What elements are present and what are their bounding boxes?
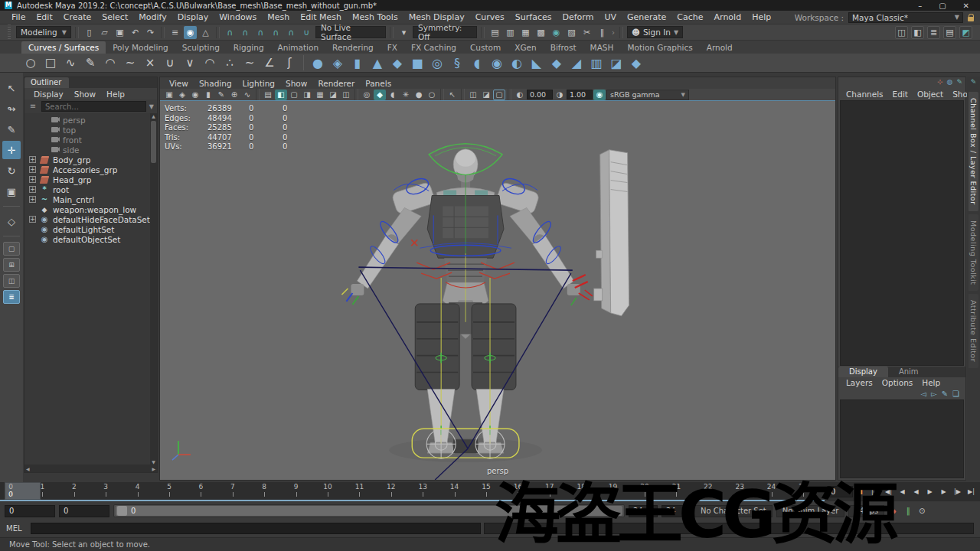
lookdev-x-icon[interactable]: ◫ [467,90,479,100]
channel-sphere-icon[interactable]: ◍ [947,78,953,88]
outliner-filter-icon[interactable]: ≡ [28,102,38,112]
maximize-button[interactable]: ▢ [939,2,946,10]
animation-end-field[interactable]: 24 [662,505,691,517]
expand-icon[interactable]: + [29,166,36,173]
scroll-down-icon[interactable]: ▼ [150,459,157,465]
two-sided-lighting-icon[interactable]: ◫ [340,90,352,100]
mel-label[interactable]: MEL [6,524,28,533]
menu-arnold[interactable]: Arnold [709,11,747,24]
shelf-tab-arnold[interactable]: Arnold [700,41,740,54]
render-current-frame-icon[interactable]: ▥ [504,26,517,39]
move-tool[interactable]: ✛ [2,141,21,159]
workspace-lock-icon[interactable] [968,17,974,21]
nurbs-cone-icon[interactable]: ▲ [368,54,387,72]
playback-end-field[interactable]: 24 [629,505,658,517]
layer-menu-options[interactable]: Options [877,378,918,387]
menu-file[interactable]: File [6,11,31,24]
outliner-menu-display[interactable]: Display [29,90,68,99]
layer-list-empty-area[interactable] [840,399,964,478]
new-scene-icon[interactable]: ▯ [83,26,96,39]
select-tool[interactable]: ↖ [2,79,21,97]
gamma-icon[interactable]: ◑ [554,90,566,100]
pencil-curve-tool-icon[interactable]: ✎ [81,54,100,72]
paint-select-tool[interactable]: ✎ [2,120,21,139]
color-management-icon[interactable]: ◉ [593,90,606,100]
animation-preferences-icon[interactable]: ⊙ [916,505,928,517]
motion-blur-icon[interactable]: ○ [426,90,438,100]
expand-icon[interactable]: + [29,216,36,223]
play-backwards-button[interactable]: ◀ [910,486,923,498]
shelf-tab-motion-graphics[interactable]: Motion Graphics [620,41,699,54]
tab-modeling-toolkit[interactable]: Modeling Toolkit [969,214,978,292]
go-to-start-button[interactable]: |◀ [868,486,881,498]
view-transform-dropdown[interactable]: sRGB gamma▼ [606,90,689,100]
hypershade-icon[interactable]: ◉ [550,26,563,39]
channel-pencil-icon[interactable]: ✎ [956,78,962,88]
nurbs-cylinder-icon[interactable]: ▮ [348,54,367,72]
project-curve-icon[interactable]: ◐ [508,54,526,72]
layer-menu-help[interactable]: Help [917,378,945,387]
light-editor-icon[interactable]: ▨ [565,26,578,39]
channel-box-empty-area[interactable] [840,100,964,366]
expand-icon[interactable]: + [29,186,36,193]
nurbs-cube-icon[interactable]: ◈ [328,54,347,72]
menu-set-dropdown[interactable]: Modeling▼ [16,26,71,38]
viewport-menu-panels[interactable]: Panels [361,79,396,88]
scale-tool[interactable]: ▣ [2,182,21,201]
topo-symmetry-icon[interactable]: ◧ [911,26,924,39]
xray-icon[interactable]: ▦ [314,90,326,100]
tab-channel-box-layer-editor[interactable]: Channel Box / Layer Editor [969,92,978,211]
uv-toolkit-icon[interactable]: ▤ [943,26,956,39]
nurbs-circle-icon[interactable]: ○ [21,54,40,72]
exposure-field[interactable]: 0.00 [527,90,553,99]
menu-surfaces[interactable]: Surfaces [510,11,557,24]
wireframe-icon[interactable]: ▤ [262,90,274,100]
viewport-renderer-icon[interactable]: ▢ [493,90,505,100]
save-scene-icon[interactable]: ▣ [113,26,126,39]
viewport-menu-shading[interactable]: Shading [194,79,237,88]
menu-create[interactable]: Create [58,11,97,24]
close-button[interactable]: ✕ [963,2,969,10]
bounding-box-icon[interactable]: ▢ [288,90,300,100]
menu-curves[interactable]: Curves [470,11,510,24]
pause-viewport-icon[interactable]: ‖ [596,26,609,39]
grease-pencil-icon[interactable]: ∿ [241,90,253,100]
outliner-menu-help[interactable]: Help [102,90,129,99]
shelf-tab-rigging[interactable]: Rigging [227,41,271,54]
viewport-menu-view[interactable]: View [165,79,193,88]
menu-deform[interactable]: Deform [557,11,599,24]
scroll-right-icon[interactable]: ▶ [152,466,155,471]
menu-display[interactable]: Display [172,11,214,24]
ep-curve-tool-icon[interactable]: ∿ [61,54,80,72]
lock-camera-icon[interactable]: ◈ [176,90,188,100]
outliner-item-weapon-weapon-low[interactable]: ◆weapon:weapon_low [24,204,157,214]
minimize-button[interactable]: – [918,2,922,10]
outliner-item-root[interactable]: +*root [24,184,157,194]
move-layer-down-icon[interactable]: ▻ [931,390,937,398]
planar-trim-icon[interactable]: ◖ [468,54,486,72]
channel-xyz-icon[interactable]: ⊹ [937,78,943,88]
layout-two-pane-button[interactable]: ◫ [3,274,20,288]
nurbs-torus-icon[interactable]: ◆ [388,54,407,72]
play-forwards-button[interactable]: ▶ [923,486,936,498]
range-handle-grip[interactable] [117,506,127,516]
camera-attributes-icon[interactable]: ◉ [189,90,201,100]
outliner-horizontal-scrollbar[interactable]: ◀ ▶ [24,465,157,472]
mel-input-field[interactable] [31,523,481,534]
wireframe-on-shaded-icon[interactable]: ◪ [327,90,339,100]
outliner-item-defaultobjectset[interactable]: ◉defaultObjectSet [24,234,157,244]
menu-mesh-tools[interactable]: Mesh Tools [347,11,403,24]
new-layer-from-selected-icon[interactable]: ❏ [952,390,959,398]
sculpt-surfaces-icon[interactable]: ▥ [587,54,606,72]
lookdev-y-icon[interactable]: ◪ [480,90,492,100]
live-surface-field[interactable]: No Live Surface [315,26,386,38]
shelf-tab-rendering[interactable]: Rendering [325,41,381,54]
anim-layer-selector[interactable]: No Anim Layer [776,505,845,517]
curve-freehand-icon[interactable]: ~ [121,54,139,72]
offset-curve-icon[interactable]: ∠ [260,54,279,72]
render-settings-icon[interactable]: ▩ [534,26,547,39]
shelf-tab-mash[interactable]: MASH [583,41,621,54]
expand-icon[interactable]: + [29,176,36,183]
shelf-tab-sculpting[interactable]: Sculpting [175,41,227,54]
paint-effects-icon[interactable]: ✂ [580,26,593,39]
